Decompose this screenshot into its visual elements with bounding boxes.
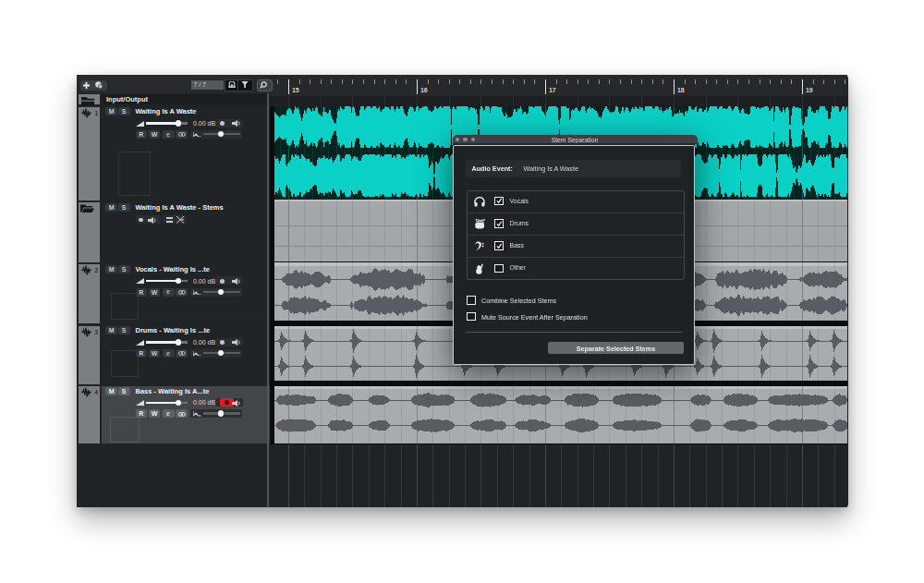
svg-text:17: 17: [549, 87, 556, 93]
svg-text:19: 19: [806, 87, 813, 93]
svg-text:15: 15: [292, 87, 299, 93]
svg-text:18: 18: [677, 87, 685, 93]
svg-text:16: 16: [420, 87, 428, 93]
